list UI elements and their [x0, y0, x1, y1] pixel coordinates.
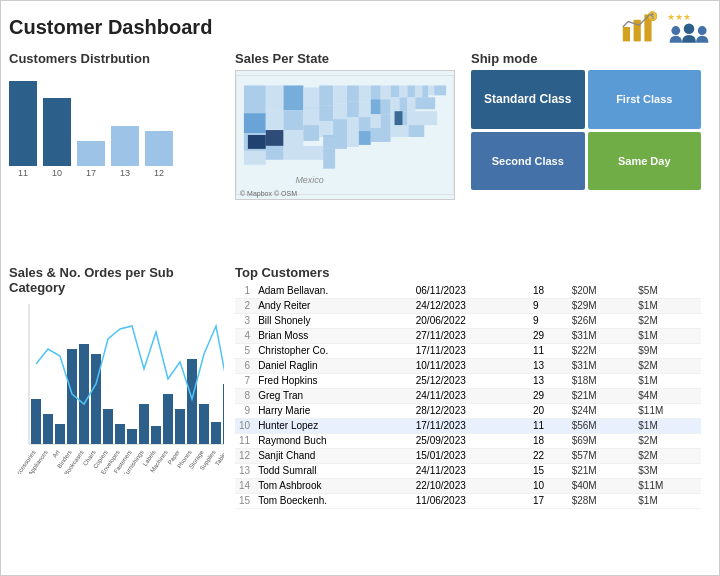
svg-rect-35 [359, 101, 371, 117]
combo-bar[interactable] [127, 429, 137, 444]
table-row[interactable]: 1Adam Bellavan.06/11/202318$20M$5M [235, 284, 701, 299]
table-row[interactable]: 10Hunter Lopez17/11/202311$56M$1M [235, 418, 701, 433]
combo-bar[interactable] [211, 422, 221, 444]
combo-bar[interactable] [103, 409, 113, 444]
svg-rect-28 [244, 113, 266, 133]
svg-rect-49 [359, 117, 371, 131]
top-customers-section: Top Customers 1Adam Bellavan.06/11/20231… [235, 265, 701, 568]
combo-bar[interactable] [91, 354, 101, 444]
table-row[interactable]: 3Bill Shonely20/06/20229$26M$2M [235, 313, 701, 328]
date-cell: 25/09/2023 [412, 433, 529, 448]
table-row[interactable]: 8Greg Tran24/11/202329$21M$4M [235, 388, 701, 403]
table-row[interactable]: 5Christopher Co.17/11/202311$22M$9M [235, 343, 701, 358]
combo-bar[interactable] [151, 426, 161, 444]
table-row[interactable]: 11Raymond Buch25/09/202318$69M$2M [235, 433, 701, 448]
date-cell: 10/11/2023 [412, 358, 529, 373]
name-cell: Daniel Raglin [254, 358, 412, 373]
svg-rect-25 [422, 85, 428, 97]
combo-bar[interactable] [31, 399, 41, 444]
profit-cell: $1M [634, 373, 701, 388]
profit-cell: $3M [634, 463, 701, 478]
profit-cell: $1M [634, 493, 701, 508]
profit-cell: $1M [634, 418, 701, 433]
bar[interactable] [145, 131, 173, 166]
bar[interactable] [111, 126, 139, 166]
orders-cell: 10 [529, 478, 568, 493]
combo-bar[interactable] [139, 404, 149, 444]
header-icons: $ ★★★ [621, 9, 711, 45]
table-row[interactable]: 6Daniel Raglin10/11/202313$31M$2M [235, 358, 701, 373]
svg-rect-48 [347, 117, 359, 131]
svg-rect-41 [415, 97, 435, 109]
bar-group: 12 [145, 131, 173, 178]
rank-cell: 12 [235, 448, 254, 463]
profit-cell: $5M [634, 284, 701, 299]
combo-bar[interactable] [175, 409, 185, 444]
page-title: Customer Dashboard [9, 16, 212, 39]
svg-rect-31 [303, 107, 319, 125]
svg-rect-17 [347, 85, 359, 101]
profit-cell: $4M [634, 388, 701, 403]
svg-rect-15 [319, 85, 333, 105]
combo-xlabel: Art [52, 448, 62, 458]
rank-cell: 7 [235, 373, 254, 388]
rank-cell: 13 [235, 463, 254, 478]
name-cell: Tom Ashbrook [254, 478, 412, 493]
sales-cell: $31M [568, 358, 635, 373]
orders-cell: 18 [529, 433, 568, 448]
table-row[interactable]: 4Brian Moss27/11/202329$31M$1M [235, 328, 701, 343]
ship-standard-class[interactable]: Standard Class [471, 70, 585, 129]
bar[interactable] [77, 141, 105, 166]
name-cell: Greg Tran [254, 388, 412, 403]
combo-bar[interactable] [163, 394, 173, 444]
bar[interactable] [9, 81, 37, 166]
svg-rect-51 [381, 114, 391, 128]
date-cell: 22/10/2023 [412, 478, 529, 493]
table-row[interactable]: 13Todd Sumrall24/11/202315$21M$3M [235, 463, 701, 478]
rank-cell: 1 [235, 284, 254, 299]
combo-bar[interactable] [115, 424, 125, 444]
svg-rect-58 [323, 135, 347, 149]
combo-bar[interactable] [199, 404, 209, 444]
sales-cell: $22M [568, 343, 635, 358]
table-row[interactable]: 15Tom Boeckenh.11/06/202317$28M$1M [235, 493, 701, 508]
bar[interactable] [43, 98, 71, 166]
profit-cell: $1M [634, 298, 701, 313]
name-cell: Adam Bellavan. [254, 284, 412, 299]
sales-orders-section: Sales & No. Ordes per Sub Category Acces… [9, 265, 229, 568]
combo-bar[interactable] [79, 344, 89, 444]
customers-distribution-section: Customers Distrbution 1110171312 [9, 51, 229, 259]
combo-bar[interactable] [43, 414, 53, 444]
ship-first-class[interactable]: First Class [588, 70, 702, 129]
sales-cell: $21M [568, 388, 635, 403]
table-row[interactable]: 9Harry Marie28/12/202320$24M$11M [235, 403, 701, 418]
sales-per-state-section: Sales Per State [235, 51, 465, 259]
orders-cell: 15 [529, 463, 568, 478]
ship-second-class[interactable]: Second Class [471, 132, 585, 191]
sales-cell: $26M [568, 313, 635, 328]
combo-bar[interactable] [187, 359, 197, 444]
table-row[interactable]: 14Tom Ashbrook22/10/202310$40M$11M [235, 478, 701, 493]
rank-cell: 2 [235, 298, 254, 313]
orders-cell: 11 [529, 343, 568, 358]
svg-rect-30 [284, 110, 304, 130]
date-cell: 24/12/2023 [412, 298, 529, 313]
date-cell: 27/11/2023 [412, 328, 529, 343]
ship-mode-title: Ship mode [471, 51, 701, 66]
svg-rect-47 [333, 119, 347, 135]
combo-bar[interactable] [55, 424, 65, 444]
svg-rect-54 [407, 111, 437, 125]
table-row[interactable]: 2Andy Reiter24/12/20239$29M$1M [235, 298, 701, 313]
sales-cell: $20M [568, 284, 635, 299]
customers-table: 1Adam Bellavan.06/11/202318$20M$5M2Andy … [235, 284, 701, 509]
combo-bar[interactable] [223, 384, 224, 444]
table-row[interactable]: 7Fred Hopkins25/12/202313$18M$1M [235, 373, 701, 388]
ship-same-day[interactable]: Same Day [588, 132, 702, 191]
svg-rect-56 [266, 146, 284, 160]
date-cell: 24/11/2023 [412, 463, 529, 478]
svg-rect-13 [284, 85, 304, 110]
rank-cell: 6 [235, 358, 254, 373]
svg-rect-26 [428, 85, 434, 95]
table-row[interactable]: 12Sanjit Chand15/01/202322$57M$2M [235, 448, 701, 463]
header: Customer Dashboard $ ★★★ [9, 9, 711, 45]
